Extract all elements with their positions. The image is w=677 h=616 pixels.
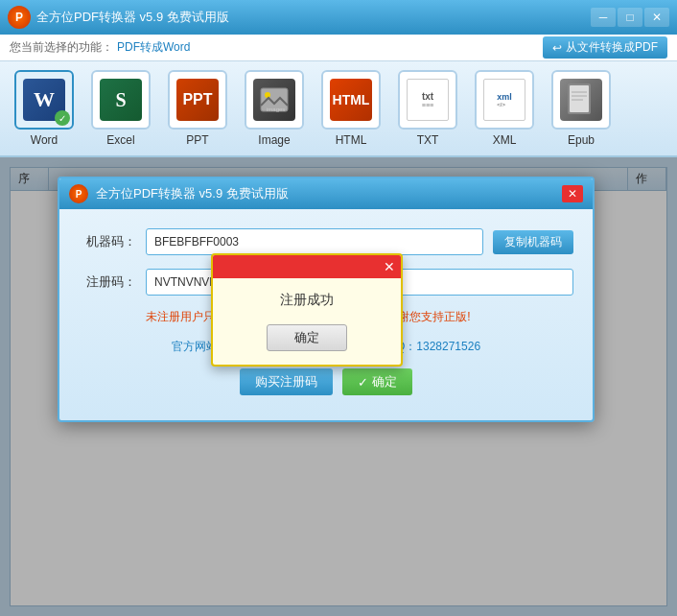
main-area: 序 作 P 全方位PDF转换器 v5.9 免费试用版 ✕ 机器码： 复制机器码 … xyxy=(0,157,677,616)
close-button[interactable]: ✕ xyxy=(644,8,669,27)
tool-excel-icon-box: S xyxy=(91,70,151,130)
tool-image-icon-box: images xyxy=(245,70,304,130)
success-popup-body: 注册成功 确定 xyxy=(213,278,401,365)
tool-word[interactable]: W ✓ Word xyxy=(10,70,79,147)
image-icon: images xyxy=(253,79,295,121)
txt-icon: txt ≡≡≡ xyxy=(407,79,449,121)
func-bar-value: PDF转成Word xyxy=(117,39,190,56)
tool-excel-label: Excel xyxy=(106,133,134,147)
tool-epub[interactable]: Epub xyxy=(547,70,616,147)
ppt-icon: PPT xyxy=(176,79,219,121)
html-icon: HTML xyxy=(330,79,372,121)
tools-bar: W ✓ Word S Excel PPT PPT images xyxy=(0,61,677,157)
reg-dialog-title-text: 全方位PDF转换器 v5.9 免费试用版 xyxy=(96,185,289,202)
xml-icon: xml </> xyxy=(483,79,525,121)
tool-image-label: Image xyxy=(258,133,290,147)
reg-footer: 购买注册码 ✓ 确定 xyxy=(79,368,573,405)
app-icon: P xyxy=(8,6,31,29)
reg-confirm-button[interactable]: ✓ 确定 xyxy=(342,368,412,395)
tool-xml[interactable]: xml </> XML xyxy=(470,70,539,147)
svg-text:images: images xyxy=(267,107,285,112)
tool-xml-icon-box: xml </> xyxy=(475,70,534,130)
tool-image[interactable]: images Image xyxy=(240,70,309,147)
func-bar-label: 您当前选择的功能： xyxy=(10,39,113,56)
buy-reg-code-button[interactable]: 购买注册码 xyxy=(240,368,333,395)
reg-dialog-title-bar: P 全方位PDF转换器 v5.9 免费试用版 ✕ xyxy=(59,178,593,209)
title-bar: P 全方位PDF转换器 v5.9 免费试用版 ─ □ ✕ xyxy=(0,0,677,35)
convert-from-file-button[interactable]: ↩ 从文件转换成PDF xyxy=(543,36,667,59)
tool-epub-icon-box xyxy=(551,70,611,130)
app-title: 全方位PDF转换器 v5.9 免费试用版 xyxy=(36,9,591,26)
maximize-button[interactable]: □ xyxy=(618,8,642,27)
machine-code-label: 机器码： xyxy=(79,233,136,250)
machine-code-row: 机器码： 复制机器码 xyxy=(79,228,573,255)
tool-word-label: Word xyxy=(31,133,58,147)
tool-ppt-icon-box: PPT xyxy=(168,70,227,130)
tool-ppt[interactable]: PPT PPT xyxy=(163,70,232,147)
tool-xml-label: XML xyxy=(493,133,517,147)
tool-excel[interactable]: S Excel xyxy=(86,70,155,147)
tool-txt[interactable]: txt ≡≡≡ TXT xyxy=(393,70,462,147)
tool-html-label: HTML xyxy=(336,133,367,147)
success-popup-title-bar: ✕ xyxy=(213,255,401,278)
reg-dialog-close-button[interactable]: ✕ xyxy=(562,185,583,202)
tool-html[interactable]: HTML HTML xyxy=(316,70,385,147)
tool-ppt-label: PPT xyxy=(186,133,208,147)
svg-rect-4 xyxy=(570,85,589,112)
success-popup-close-button[interactable]: ✕ xyxy=(384,259,395,274)
machine-code-input[interactable] xyxy=(146,228,483,255)
success-ok-button[interactable]: 确定 xyxy=(267,324,347,351)
func-bar: 您当前选择的功能： PDF转成Word ↩ 从文件转换成PDF xyxy=(0,35,677,61)
tool-word-icon-box: W ✓ xyxy=(14,70,74,130)
epub-icon xyxy=(560,79,602,121)
success-popup: ✕ 注册成功 确定 xyxy=(211,253,403,367)
tool-txt-icon-box: txt ≡≡≡ xyxy=(398,70,457,130)
tool-html-icon-box: HTML xyxy=(321,70,381,130)
check-icon: ✓ xyxy=(358,375,368,390)
reg-dialog-app-icon: P xyxy=(69,184,88,203)
tool-txt-label: TXT xyxy=(417,133,439,147)
reg-code-label: 注册码： xyxy=(79,273,136,291)
word-check-badge: ✓ xyxy=(55,110,70,126)
success-message: 注册成功 xyxy=(228,292,385,309)
copy-machine-code-button[interactable]: 复制机器码 xyxy=(493,230,573,254)
minimize-button[interactable]: ─ xyxy=(591,8,616,27)
excel-icon: S xyxy=(100,79,142,121)
window-controls: ─ □ ✕ xyxy=(591,8,669,27)
arrow-icon: ↩ xyxy=(552,41,562,55)
svg-point-1 xyxy=(265,92,270,98)
tool-epub-label: Epub xyxy=(568,133,595,147)
convert-from-file-label: 从文件转换成PDF xyxy=(566,39,658,56)
